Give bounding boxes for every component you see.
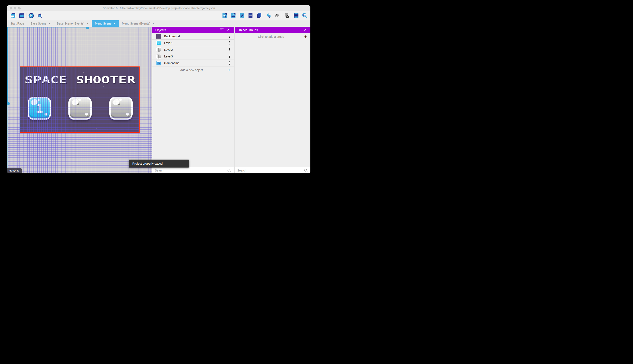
instances-list-icon[interactable]	[247, 13, 253, 19]
undo-icon[interactable]	[265, 13, 271, 19]
object-menu-icon[interactable]	[228, 47, 231, 52]
cursor-coordinates-badge: 570;437	[7, 168, 22, 174]
objects-panel: Objects ✕ Background 1 Level1	[152, 27, 234, 174]
v-scroll-thumb[interactable]	[7, 102, 10, 105]
layers-icon[interactable]	[256, 13, 262, 19]
object-menu-icon[interactable]	[228, 54, 231, 59]
object-menu-icon[interactable]	[228, 40, 231, 46]
search-icon[interactable]	[227, 168, 231, 172]
filter-icon[interactable]	[219, 28, 224, 32]
level-3-locked-button-object[interactable]	[109, 97, 133, 120]
star-specks	[20, 67, 21, 68]
object-name: Gamename	[164, 62, 228, 65]
gloss-dot	[85, 112, 88, 116]
gloss-highlight	[119, 98, 122, 101]
add-group-row[interactable]: Click to add a group +	[235, 33, 310, 40]
scene-title: SPACE SHOOTER	[25, 74, 136, 86]
close-tab-icon[interactable]: ✕	[87, 22, 89, 25]
main-toolbar: 1:1	[7, 11, 310, 20]
game-scene-area[interactable]: SPACE SHOOTER SPACE SHOOTER 1	[20, 67, 139, 132]
object-name: Level3	[164, 55, 228, 58]
object-row-gamename[interactable]: Tx Gamename	[152, 60, 234, 66]
object-name: Level1	[164, 41, 228, 45]
groups-search-row	[235, 167, 310, 174]
add-object-icon[interactable]	[222, 13, 227, 19]
tab-start-page[interactable]: Start Page	[7, 20, 27, 27]
close-panel-icon[interactable]: ✕	[226, 28, 231, 32]
level-1-label: 1	[36, 102, 43, 115]
level3-thumbnail	[156, 54, 161, 59]
redo-icon[interactable]	[274, 13, 280, 19]
groups-search-input[interactable]	[237, 169, 304, 172]
debug-icon[interactable]	[37, 13, 43, 19]
object-name: Background	[164, 34, 228, 38]
close-tab-icon[interactable]: ✕	[49, 22, 51, 25]
groups-panel-title: Object Groups	[238, 28, 301, 32]
project-manager-icon[interactable]	[10, 13, 16, 19]
objects-panel-title: Objects	[155, 28, 217, 32]
tab-label: Menu Scene	[95, 22, 111, 25]
gamename-thumbnail: Tx	[156, 60, 161, 66]
tab-label: Start Page	[10, 22, 24, 25]
toolbar-divider	[291, 13, 291, 19]
h-scroll-thumb[interactable]	[86, 27, 89, 29]
tab-base-scene-events[interactable]: Base Scene (Events) ✕	[54, 20, 92, 27]
search-icon[interactable]	[304, 168, 308, 172]
object-row-level2[interactable]: Level2	[152, 46, 234, 53]
app-window: GDevelop 5 - /Users/dkarakay/Documents/G…	[7, 5, 310, 174]
delete-instances-icon[interactable]	[283, 13, 289, 19]
tab-base-scene[interactable]: Base Scene ✕	[27, 20, 54, 27]
canvas-vertical-scrollbar[interactable]	[7, 27, 8, 174]
object-row-background[interactable]: Background	[152, 33, 234, 40]
tab-label: Base Scene (Events)	[57, 22, 85, 25]
window-title: GDevelop 5 - /Users/dkarakay/Documents/G…	[7, 6, 310, 10]
scene-canvas[interactable]: SPACE SHOOTER SPACE SHOOTER 1	[7, 27, 152, 174]
canvas-horizontal-scrollbar[interactable]	[7, 27, 152, 28]
object-menu-icon[interactable]	[228, 60, 231, 66]
tab-menu-scene[interactable]: Menu Scene ✕	[92, 20, 119, 27]
add-object-label: Add a new object	[155, 68, 228, 72]
gloss-dot	[126, 112, 129, 116]
object-name: Level2	[164, 48, 228, 51]
object-groups-icon[interactable]	[230, 13, 236, 19]
grid-icon[interactable]	[293, 13, 299, 19]
level1-thumbnail: 1	[156, 40, 161, 46]
tab-label: Menu Scene (Events)	[122, 22, 150, 25]
object-groups-panel: Object Groups ✕ Click to add a group +	[235, 27, 310, 174]
level-2-locked-button-object[interactable]	[68, 97, 92, 120]
toolbar-divider	[282, 13, 282, 19]
zoom-icon[interactable]: 1:1	[301, 13, 307, 19]
objects-search-row	[152, 167, 234, 174]
scene-title-text-object[interactable]: SPACE SHOOTER SPACE SHOOTER	[23, 74, 137, 86]
play-icon[interactable]	[28, 13, 34, 19]
close-tab-icon[interactable]: ✕	[152, 22, 154, 25]
add-group-plus-icon[interactable]: +	[304, 34, 307, 39]
object-menu-icon[interactable]	[228, 34, 231, 39]
gloss-highlight	[78, 98, 81, 101]
level-1-button-object[interactable]: 1	[28, 97, 51, 120]
object-row-level1[interactable]: 1 Level1	[152, 40, 234, 46]
gloss-highlight	[38, 98, 40, 101]
object-row-level3[interactable]: Level3	[152, 53, 234, 60]
scene-properties-icon[interactable]	[239, 13, 245, 19]
add-object-row[interactable]: Add a new object +	[152, 66, 234, 74]
save-toast: Project properly saved	[129, 160, 189, 168]
zoom-level-label: 1:1	[303, 14, 305, 16]
objects-panel-header: Objects ✕	[152, 27, 234, 33]
title-bar: GDevelop 5 - /Users/dkarakay/Documents/G…	[7, 5, 310, 11]
add-object-plus-icon[interactable]: +	[228, 68, 231, 72]
gloss-dot	[45, 112, 48, 116]
tab-menu-scene-events[interactable]: Menu Scene (Events) ✕	[119, 20, 158, 27]
level2-thumbnail	[156, 47, 161, 52]
start-page-icon[interactable]	[19, 13, 25, 19]
toolbar-divider	[26, 13, 27, 19]
close-tab-icon[interactable]: ✕	[114, 22, 116, 25]
objects-search-input[interactable]	[155, 169, 227, 172]
groups-panel-header: Object Groups ✕	[235, 27, 310, 33]
close-panel-icon[interactable]: ✕	[303, 28, 307, 32]
add-group-label: Click to add a group	[238, 35, 304, 38]
background-thumbnail	[156, 34, 161, 39]
editor-tabs: Start Page Base Scene ✕ Base Scene (Even…	[7, 20, 310, 27]
tab-label: Base Scene	[31, 22, 46, 25]
